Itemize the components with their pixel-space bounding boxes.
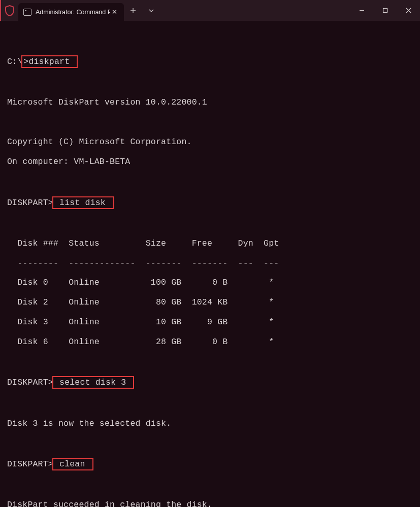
- output-line: On computer: VM-LAB-BETA: [7, 157, 413, 166]
- highlight-select-disk: select disk 3: [52, 376, 135, 389]
- close-tab-button[interactable]: ✕: [110, 8, 119, 17]
- window-controls: [350, 0, 420, 21]
- output-line: [7, 177, 413, 186]
- highlight-clean: clean: [52, 458, 93, 470]
- tab-dropdown-button[interactable]: [142, 0, 160, 21]
- title-bar: Administrator: Command Prom ✕: [0, 0, 420, 21]
- output-line: [7, 438, 413, 448]
- minimize-button[interactable]: [350, 0, 373, 21]
- titlebar-drag-area[interactable]: [160, 0, 350, 21]
- output-line: [7, 399, 413, 409]
- output-line: Microsoft DiskPart version 10.0.22000.1: [7, 97, 413, 107]
- highlight-diskpart: >diskpart: [21, 55, 78, 68]
- output-line: Disk 3 is now the selected disk.: [7, 419, 413, 428]
- output-line: [7, 36, 413, 45]
- output-line: [7, 78, 413, 88]
- output-line: [7, 357, 413, 366]
- output-line: DISKPART> select disk 3: [7, 376, 413, 389]
- table-header: Disk ### Status Size Free Dyn Gpt: [7, 239, 413, 248]
- highlight-list-disk: list disk: [52, 196, 114, 209]
- output-line: [7, 117, 413, 127]
- terminal-icon: [23, 9, 31, 16]
- table-row: Disk 2 Online 80 GB 1024 KB *: [7, 297, 413, 307]
- table-divider: -------- ------------- ------- ------- -…: [7, 258, 413, 268]
- output-line: [7, 481, 413, 490]
- output-line: DISKPART> list disk: [7, 196, 413, 209]
- tab-title: Administrator: Command Prom: [36, 9, 110, 16]
- output-line: [7, 219, 413, 228]
- output-line: Copyright (C) Microsoft Corporation.: [7, 137, 413, 147]
- new-tab-button[interactable]: [124, 0, 142, 21]
- output-line: DISKPART> clean: [7, 458, 413, 470]
- terminal-output[interactable]: C:\>diskpart Microsoft DiskPart version …: [0, 21, 420, 507]
- table-row: Disk 0 Online 100 GB 0 B *: [7, 278, 413, 287]
- output-line: DiskPart succeeded in cleaning the disk.: [7, 500, 413, 507]
- table-row: Disk 3 Online 10 GB 9 GB *: [7, 317, 413, 327]
- maximize-button[interactable]: [373, 0, 397, 21]
- table-row: Disk 6 Online 28 GB 0 B *: [7, 337, 413, 347]
- app-shield-icon: [1, 0, 18, 21]
- svg-rect-0: [383, 9, 387, 13]
- close-window-button[interactable]: [397, 0, 420, 21]
- output-line: C:\>diskpart: [7, 55, 413, 68]
- tab-command-prompt[interactable]: Administrator: Command Prom ✕: [18, 3, 124, 21]
